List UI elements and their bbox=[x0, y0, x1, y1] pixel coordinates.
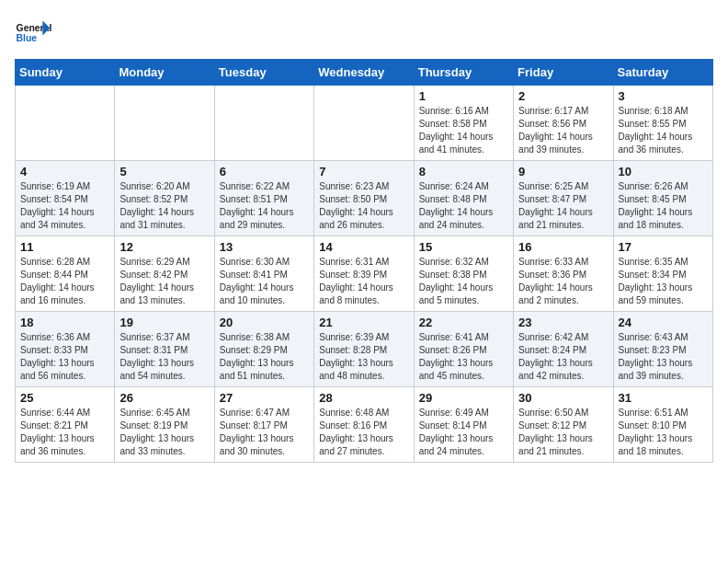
day-info: Sunrise: 6:22 AMSunset: 8:51 PMDaylight:… bbox=[220, 180, 309, 232]
day-number: 30 bbox=[518, 391, 608, 405]
day-info: Sunrise: 6:35 AMSunset: 8:34 PMDaylight:… bbox=[619, 256, 708, 307]
day-info: Sunrise: 6:50 AMSunset: 8:12 PMDaylight:… bbox=[518, 407, 608, 458]
day-info: Sunrise: 6:19 AMSunset: 8:54 PMDaylight:… bbox=[20, 180, 109, 232]
day-info: Sunrise: 6:28 AMSunset: 8:44 PMDaylight:… bbox=[20, 256, 109, 307]
day-info: Sunrise: 6:16 AMSunset: 8:58 PMDaylight:… bbox=[419, 105, 508, 156]
day-number: 21 bbox=[319, 316, 408, 329]
day-number: 9 bbox=[518, 165, 608, 178]
day-number: 3 bbox=[619, 89, 708, 103]
calendar-table: SundayMondayTuesdayWednesdayThursdayFrid… bbox=[15, 59, 713, 463]
calendar-cell: 30Sunrise: 6:50 AMSunset: 8:12 PMDayligh… bbox=[514, 387, 613, 463]
day-number: 31 bbox=[619, 391, 708, 405]
calendar-cell bbox=[115, 86, 214, 161]
day-number: 28 bbox=[319, 391, 408, 405]
calendar-cell: 3Sunrise: 6:18 AMSunset: 8:55 PMDaylight… bbox=[613, 86, 712, 161]
day-info: Sunrise: 6:39 AMSunset: 8:28 PMDaylight:… bbox=[319, 331, 408, 383]
calendar-cell: 15Sunrise: 6:32 AMSunset: 8:38 PMDayligh… bbox=[414, 236, 513, 312]
calendar-week-row: 25Sunrise: 6:44 AMSunset: 8:21 PMDayligh… bbox=[16, 387, 713, 463]
day-number: 24 bbox=[619, 316, 708, 329]
calendar-header-sunday: Sunday bbox=[16, 60, 115, 86]
calendar-cell: 2Sunrise: 6:17 AMSunset: 8:56 PMDaylight… bbox=[514, 86, 613, 161]
calendar-cell: 27Sunrise: 6:47 AMSunset: 8:17 PMDayligh… bbox=[214, 387, 313, 463]
calendar-cell: 5Sunrise: 6:20 AMSunset: 8:52 PMDaylight… bbox=[115, 161, 214, 236]
day-info: Sunrise: 6:24 AMSunset: 8:48 PMDaylight:… bbox=[419, 180, 508, 232]
day-number: 18 bbox=[20, 316, 109, 329]
day-info: Sunrise: 6:36 AMSunset: 8:33 PMDaylight:… bbox=[20, 331, 109, 383]
calendar-cell: 10Sunrise: 6:26 AMSunset: 8:45 PMDayligh… bbox=[613, 161, 712, 236]
calendar-cell: 1Sunrise: 6:16 AMSunset: 8:58 PMDaylight… bbox=[414, 86, 513, 161]
day-number: 6 bbox=[220, 165, 309, 178]
calendar-cell: 17Sunrise: 6:35 AMSunset: 8:34 PMDayligh… bbox=[613, 236, 712, 312]
day-info: Sunrise: 6:32 AMSunset: 8:38 PMDaylight:… bbox=[419, 256, 508, 307]
calendar-header-friday: Friday bbox=[514, 60, 613, 86]
day-number: 15 bbox=[419, 240, 508, 254]
calendar-header-row: SundayMondayTuesdayWednesdayThursdayFrid… bbox=[16, 60, 713, 86]
day-info: Sunrise: 6:20 AMSunset: 8:52 PMDaylight:… bbox=[119, 180, 209, 232]
day-number: 20 bbox=[220, 316, 309, 329]
day-number: 4 bbox=[20, 165, 109, 178]
calendar-cell: 8Sunrise: 6:24 AMSunset: 8:48 PMDaylight… bbox=[414, 161, 513, 236]
day-info: Sunrise: 6:26 AMSunset: 8:45 PMDaylight:… bbox=[619, 180, 708, 232]
day-info: Sunrise: 6:49 AMSunset: 8:14 PMDaylight:… bbox=[419, 407, 508, 458]
day-number: 29 bbox=[419, 391, 508, 405]
page-header: General Blue bbox=[15, 15, 713, 52]
calendar-header-monday: Monday bbox=[115, 60, 214, 86]
day-info: Sunrise: 6:38 AMSunset: 8:29 PMDaylight:… bbox=[220, 331, 309, 383]
calendar-week-row: 1Sunrise: 6:16 AMSunset: 8:58 PMDaylight… bbox=[16, 86, 713, 161]
day-number: 5 bbox=[119, 165, 209, 178]
day-info: Sunrise: 6:30 AMSunset: 8:41 PMDaylight:… bbox=[220, 256, 309, 307]
calendar-cell: 11Sunrise: 6:28 AMSunset: 8:44 PMDayligh… bbox=[16, 236, 115, 312]
calendar-cell: 24Sunrise: 6:43 AMSunset: 8:23 PMDayligh… bbox=[613, 312, 712, 387]
day-info: Sunrise: 6:18 AMSunset: 8:55 PMDaylight:… bbox=[619, 105, 708, 156]
calendar-week-row: 18Sunrise: 6:36 AMSunset: 8:33 PMDayligh… bbox=[16, 312, 713, 387]
calendar-cell: 9Sunrise: 6:25 AMSunset: 8:47 PMDaylight… bbox=[514, 161, 613, 236]
calendar-cell: 20Sunrise: 6:38 AMSunset: 8:29 PMDayligh… bbox=[214, 312, 313, 387]
logo: General Blue bbox=[15, 15, 51, 52]
day-info: Sunrise: 6:31 AMSunset: 8:39 PMDaylight:… bbox=[319, 256, 408, 307]
calendar-cell: 29Sunrise: 6:49 AMSunset: 8:14 PMDayligh… bbox=[414, 387, 513, 463]
day-number: 22 bbox=[419, 316, 508, 329]
day-info: Sunrise: 6:48 AMSunset: 8:16 PMDaylight:… bbox=[319, 407, 408, 458]
calendar-cell bbox=[314, 86, 414, 161]
calendar-cell: 16Sunrise: 6:33 AMSunset: 8:36 PMDayligh… bbox=[514, 236, 613, 312]
day-number: 8 bbox=[419, 165, 508, 178]
calendar-header-tuesday: Tuesday bbox=[214, 60, 313, 86]
day-info: Sunrise: 6:29 AMSunset: 8:42 PMDaylight:… bbox=[119, 256, 209, 307]
calendar-cell: 25Sunrise: 6:44 AMSunset: 8:21 PMDayligh… bbox=[16, 387, 115, 463]
day-number: 19 bbox=[119, 316, 209, 329]
calendar-header-wednesday: Wednesday bbox=[314, 60, 414, 86]
calendar-cell: 13Sunrise: 6:30 AMSunset: 8:41 PMDayligh… bbox=[214, 236, 313, 312]
calendar-cell bbox=[214, 86, 313, 161]
calendar-cell: 31Sunrise: 6:51 AMSunset: 8:10 PMDayligh… bbox=[613, 387, 712, 463]
calendar-header-thursday: Thursday bbox=[414, 60, 513, 86]
calendar-cell: 14Sunrise: 6:31 AMSunset: 8:39 PMDayligh… bbox=[314, 236, 414, 312]
day-number: 23 bbox=[518, 316, 608, 329]
day-number: 11 bbox=[20, 240, 109, 254]
day-number: 10 bbox=[619, 165, 708, 178]
svg-text:Blue: Blue bbox=[17, 33, 38, 43]
calendar-cell: 21Sunrise: 6:39 AMSunset: 8:28 PMDayligh… bbox=[314, 312, 414, 387]
day-number: 14 bbox=[319, 240, 408, 254]
day-info: Sunrise: 6:47 AMSunset: 8:17 PMDaylight:… bbox=[220, 407, 309, 458]
day-number: 27 bbox=[220, 391, 309, 405]
day-number: 13 bbox=[220, 240, 309, 254]
day-number: 17 bbox=[619, 240, 708, 254]
calendar-cell: 28Sunrise: 6:48 AMSunset: 8:16 PMDayligh… bbox=[314, 387, 414, 463]
calendar-cell: 26Sunrise: 6:45 AMSunset: 8:19 PMDayligh… bbox=[115, 387, 214, 463]
day-info: Sunrise: 6:33 AMSunset: 8:36 PMDaylight:… bbox=[518, 256, 608, 307]
day-info: Sunrise: 6:42 AMSunset: 8:24 PMDaylight:… bbox=[518, 331, 608, 383]
day-info: Sunrise: 6:23 AMSunset: 8:50 PMDaylight:… bbox=[319, 180, 408, 232]
calendar-week-row: 4Sunrise: 6:19 AMSunset: 8:54 PMDaylight… bbox=[16, 161, 713, 236]
day-number: 26 bbox=[119, 391, 209, 405]
day-info: Sunrise: 6:41 AMSunset: 8:26 PMDaylight:… bbox=[419, 331, 508, 383]
calendar-week-row: 11Sunrise: 6:28 AMSunset: 8:44 PMDayligh… bbox=[16, 236, 713, 312]
calendar-cell: 23Sunrise: 6:42 AMSunset: 8:24 PMDayligh… bbox=[514, 312, 613, 387]
calendar-cell: 4Sunrise: 6:19 AMSunset: 8:54 PMDaylight… bbox=[16, 161, 115, 236]
day-info: Sunrise: 6:43 AMSunset: 8:23 PMDaylight:… bbox=[619, 331, 708, 383]
day-number: 1 bbox=[419, 89, 508, 103]
calendar-cell: 18Sunrise: 6:36 AMSunset: 8:33 PMDayligh… bbox=[16, 312, 115, 387]
day-info: Sunrise: 6:51 AMSunset: 8:10 PMDaylight:… bbox=[619, 407, 708, 458]
generalblue-logo-icon: General Blue bbox=[15, 15, 51, 52]
calendar-cell: 6Sunrise: 6:22 AMSunset: 8:51 PMDaylight… bbox=[214, 161, 313, 236]
day-number: 25 bbox=[20, 391, 109, 405]
